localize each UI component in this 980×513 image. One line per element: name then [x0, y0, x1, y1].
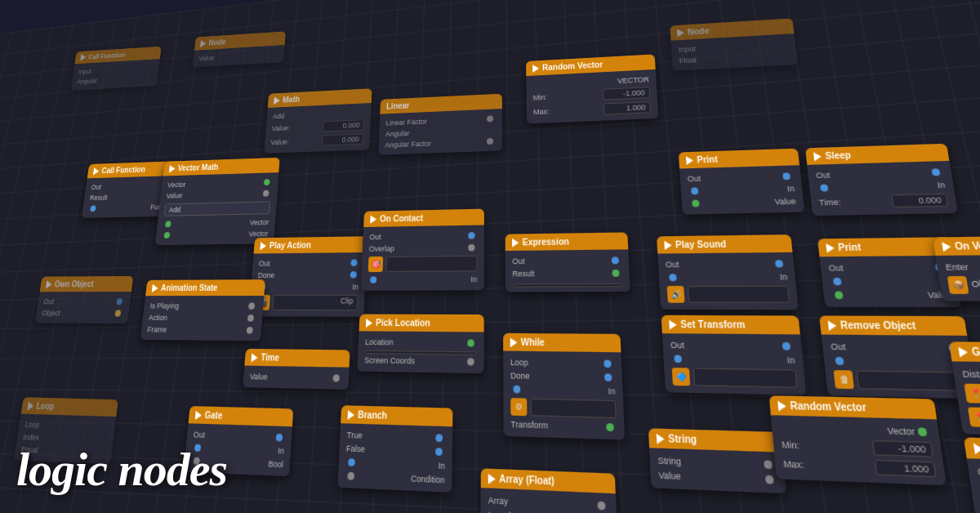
dot-arr [598, 502, 606, 511]
header-tri [532, 64, 539, 72]
node-random-vector: Random Vector Vector Min: -1.000 Max: 1.… [769, 395, 947, 485]
row-out: Out [258, 256, 359, 270]
header-tri [200, 40, 207, 47]
row-done: Done [257, 269, 359, 281]
node-st-header: Set Transform [662, 315, 800, 335]
gd-row1: 📍 [964, 381, 980, 408]
node-top-left-label: Call Function [88, 51, 127, 60]
node-top-center-label: Node [208, 38, 226, 47]
rv-max[interactable]: 1.000 [875, 460, 937, 478]
node-gd-body: Distance 📍 📍 [952, 361, 980, 438]
row-out: Out [830, 340, 961, 355]
node-gate-label: Gate [204, 410, 223, 421]
row-out: Out [512, 254, 621, 268]
header-tri [251, 353, 258, 362]
dot-loc [467, 339, 474, 346]
node-vector-math: Vector Math Vector Value Add Vector Vect… [155, 158, 280, 245]
node-top-right: Node Input Float [670, 18, 797, 70]
node-linear-body: Linear Factor Angular Angular Factor [378, 109, 502, 155]
row-result: Result [512, 267, 622, 280]
row-loop: Loop [510, 355, 614, 370]
pa-clip-field[interactable]: Clip [272, 295, 358, 310]
row-in: In [831, 354, 964, 370]
rv-min-field[interactable]: -1.000 [603, 87, 650, 100]
gd-icon2: 📍 [968, 407, 980, 427]
node-time-body: Value [243, 366, 349, 390]
node-canvas: Call Function Input Angular Node Value M… [0, 0, 980, 513]
dot-vector [917, 427, 927, 436]
row-in: In [670, 352, 795, 368]
ro-icon: 🗑 [833, 370, 853, 389]
gd-icon1: 📍 [964, 384, 980, 404]
node-ot-body: Out Duration: 2.000 ✓ Repeat [967, 458, 980, 513]
header-tri [686, 156, 694, 165]
val1-field[interactable]: 0.000 [323, 119, 365, 132]
node-string-label: String [668, 433, 697, 445]
header-tri [46, 280, 52, 288]
st-icon: 🔷 [672, 368, 691, 386]
node-gd-label: Get Distance [971, 346, 980, 359]
st-field[interactable] [693, 368, 798, 387]
node-pa-header: Play Action [254, 236, 368, 253]
row-transform: Transform [510, 417, 617, 435]
st-icon-row: 🔷 [671, 366, 797, 390]
vm-dropdown[interactable]: Add [164, 201, 270, 216]
header-tri [274, 96, 280, 104]
header-tri [664, 240, 672, 249]
header-tri [366, 318, 372, 327]
row-1: Value [198, 49, 278, 64]
header-tri [195, 410, 203, 419]
dot-sc [467, 358, 474, 365]
dot-done [604, 373, 612, 381]
node-expr-header: Expression [506, 232, 629, 251]
ps-icon-row: 🔊 [666, 283, 790, 305]
dot-in [820, 184, 829, 191]
row-action: Action [148, 312, 256, 324]
rv-min[interactable]: -1.000 [872, 440, 933, 457]
header-tri [973, 443, 980, 454]
header-tri [169, 164, 176, 172]
dot-in [691, 187, 699, 194]
header-tri [826, 243, 835, 252]
dot-out [782, 342, 791, 350]
dot-ip [248, 302, 255, 309]
header-tri [657, 433, 665, 444]
header-tri [958, 346, 969, 357]
node-time-label: Time [261, 352, 279, 362]
node-math-top: Math Add Value: 0.000 Value: 0.000 [264, 88, 372, 154]
node-linear-label: Linear [386, 101, 410, 111]
dot-obj [114, 310, 121, 316]
node-own-object: Own Object Out Object [35, 276, 134, 323]
ro-field[interactable] [856, 370, 967, 390]
dot-v [264, 179, 270, 185]
ps-field[interactable] [688, 286, 791, 303]
node-rv-top-label: Random Vector [542, 60, 603, 72]
oc-field[interactable] [385, 256, 477, 272]
row-max: Max: 1.000 [782, 454, 937, 480]
row-value: Value [688, 195, 796, 210]
row-in: In [666, 270, 787, 284]
val2-field[interactable]: 0.000 [322, 133, 364, 145]
row-value: Value [249, 370, 342, 385]
row-isplaying: Is Playing [149, 300, 257, 312]
vm-dropdown-wrap: Add [164, 199, 271, 218]
node-play-sound: Play Sound Out In 🔊 [657, 234, 799, 310]
node-oo-body: Out Object [35, 292, 131, 323]
node-expr-label: Expression [523, 237, 569, 248]
node-oo-label: Own Object [54, 279, 94, 288]
sleep-time-field[interactable]: 0.000 [891, 194, 948, 207]
while-field[interactable] [531, 399, 617, 418]
ov-icon-row: 📦 Object Volume [947, 274, 980, 297]
dot-cond [347, 472, 354, 480]
node-on-timer: On Timer Out Duration: 2.000 ✓ Repeat [964, 437, 980, 513]
node-while-label: While [521, 337, 545, 348]
row-in: In [830, 274, 951, 288]
row-overlap: Overlap [369, 242, 478, 255]
expr-field[interactable] [512, 283, 622, 288]
row-object: Object [41, 307, 123, 319]
node-ov-header: On Volume [933, 235, 980, 256]
node-string: String String Value [648, 428, 786, 493]
node-time-header: Time [244, 349, 350, 368]
node-expression: Expression Out Result [506, 232, 630, 292]
rv-max-field[interactable]: 1.000 [604, 101, 652, 115]
